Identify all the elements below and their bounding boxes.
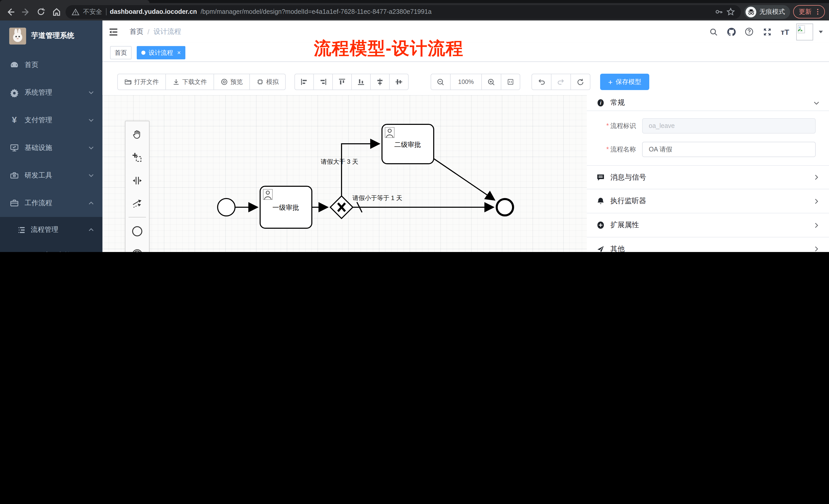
security-label[interactable]: 不安全 — [83, 7, 102, 16]
process-name-field-row: *流程名称 — [587, 142, 829, 157]
browser-tab[interactable] — [0, 0, 149, 3]
url-path[interactable]: /bpm/manager/model/design?modelId=e4a1a1… — [201, 8, 711, 15]
url-host[interactable]: dashboard.yudao.iocoder.cn — [110, 8, 197, 15]
sidebar-logo[interactable]: 芋道管理系统 — [0, 21, 102, 51]
breadcrumb-current: 设计流程 — [154, 27, 181, 36]
app-title: 芋道管理系统 — [31, 31, 74, 40]
section-title: 扩展属性 — [610, 221, 639, 230]
font-size-icon[interactable]: тT — [778, 25, 792, 38]
caret-down-icon[interactable] — [818, 29, 824, 35]
help-icon[interactable] — [743, 25, 756, 38]
preview-button[interactable]: 预览 — [214, 74, 250, 90]
main-area: 首页 / 设计流程 тT 首页 设 — [102, 21, 829, 252]
section-general[interactable]: i 常规 — [587, 95, 829, 111]
breadcrumb: 首页 / 设计流程 — [130, 27, 181, 36]
sidebar-item-label: 研发工具 — [25, 171, 52, 180]
redo-button[interactable] — [551, 74, 571, 90]
menu-dots-icon[interactable] — [814, 8, 821, 15]
back-icon[interactable] — [4, 6, 16, 18]
zoom-level[interactable]: 100% — [450, 74, 482, 90]
message-icon — [596, 173, 605, 181]
user-task-level2[interactable]: 二级审批 — [382, 124, 434, 164]
file-button-group: 打开文件 下载文件 预览 模拟 — [117, 74, 286, 90]
task-label: 一级审批 — [273, 204, 299, 211]
undo-button[interactable] — [532, 74, 551, 90]
download-file-label: 下载文件 — [182, 78, 207, 86]
reload-icon[interactable] — [35, 6, 47, 18]
save-model-button[interactable]: + 保存模型 — [600, 74, 649, 90]
section-execution-listener[interactable]: 执行监听器 — [587, 189, 829, 214]
close-tab-icon[interactable]: × — [177, 49, 181, 56]
security-warning-icon[interactable] — [72, 8, 79, 15]
sidebar-item-label: 基础设施 — [25, 143, 52, 153]
zoom-in-button[interactable] — [481, 74, 501, 90]
sidebar-item-label: 流程管理 — [31, 225, 58, 234]
chevron-right-icon[interactable] — [813, 174, 820, 181]
chevron-right-icon[interactable] — [813, 245, 820, 252]
align-bottom-button[interactable] — [351, 74, 371, 90]
home-icon[interactable] — [50, 6, 63, 18]
sidebar-item-infra[interactable]: 基础设施 — [0, 134, 102, 162]
sidebar-item-label: 工作流程 — [25, 198, 52, 208]
breadcrumb-home[interactable]: 首页 — [130, 27, 143, 36]
tab-design-process[interactable]: 设计流程 × — [137, 46, 185, 60]
user-task-level1[interactable]: 一级审批 — [260, 186, 312, 228]
update-label[interactable]: 更新 — [799, 7, 812, 16]
align-left-button[interactable] — [294, 74, 314, 90]
section-messages-signals[interactable]: 消息与信号 — [587, 166, 829, 189]
process-name-label: *流程名称 — [587, 145, 636, 154]
chevron-down-icon — [88, 117, 94, 123]
chevron-down-icon[interactable] — [813, 100, 820, 106]
github-icon[interactable] — [725, 25, 738, 38]
fullscreen-icon[interactable] — [760, 25, 774, 38]
exclusive-gateway[interactable] — [330, 196, 353, 219]
process-key-input[interactable] — [642, 118, 816, 133]
simulate-button[interactable]: 模拟 — [249, 74, 286, 90]
chevron-right-icon[interactable] — [813, 222, 820, 228]
start-event[interactable] — [218, 198, 235, 216]
history-button-group — [532, 74, 590, 90]
toolbox-icon — [9, 171, 20, 180]
restart-button[interactable] — [570, 74, 590, 90]
key-icon[interactable] — [715, 8, 723, 16]
end-event[interactable] — [497, 199, 513, 216]
open-file-button[interactable]: 打开文件 — [117, 74, 166, 90]
tab-home[interactable]: 首页 — [110, 46, 132, 60]
sidebar-item-process-mgmt[interactable]: 流程管理 — [0, 217, 102, 242]
sidebar-item-label: 支付管理 — [25, 116, 52, 125]
sidebar-collapse-icon[interactable] — [109, 27, 118, 37]
sequence-flow-to-end[interactable] — [434, 159, 495, 200]
section-title: 常规 — [610, 98, 625, 108]
align-center-horizontal-button[interactable] — [389, 74, 408, 90]
align-top-button[interactable] — [332, 74, 352, 90]
avatar[interactable] — [796, 23, 813, 40]
section-other[interactable]: 其他 — [587, 237, 829, 252]
required-mark: * — [606, 146, 609, 153]
section-extended-attributes[interactable]: 扩展属性 — [587, 214, 829, 237]
download-file-button[interactable]: 下载文件 — [166, 74, 214, 90]
chevron-up-icon — [88, 227, 94, 233]
monitor-icon — [9, 143, 20, 153]
sidebar-item-payment[interactable]: ¥ 支付管理 — [0, 107, 102, 134]
update-button[interactable]: 更新 — [793, 5, 825, 18]
sidebar-item-home[interactable]: 首页 — [0, 51, 102, 79]
search-icon[interactable] — [707, 25, 720, 38]
align-right-button[interactable] — [313, 74, 333, 90]
forward-icon[interactable] — [20, 6, 32, 18]
sidebar-item-devtools[interactable]: 研发工具 — [0, 162, 102, 189]
chevron-down-icon — [88, 172, 94, 179]
chevron-right-icon[interactable] — [813, 198, 820, 204]
zoom-out-button[interactable] — [431, 74, 450, 90]
sidebar-item-process-form[interactable]: 流程表单 — [0, 242, 102, 252]
bookmark-star-icon[interactable] — [727, 8, 735, 16]
fit-viewport-button[interactable] — [501, 74, 520, 90]
incognito-label: 无痕模式 — [759, 7, 785, 16]
align-center-vertical-button[interactable] — [370, 74, 390, 90]
sequence-flow-gt3[interactable] — [341, 144, 380, 196]
address-bar[interactable]: 不安全 dashboard.yudao.iocoder.cn /bpm/mana… — [66, 5, 741, 19]
incognito-icon — [746, 6, 756, 17]
sidebar-item-system[interactable]: 系统管理 — [0, 79, 102, 107]
page-header: 首页 / 设计流程 тT — [102, 21, 829, 43]
process-name-input[interactable] — [642, 142, 816, 157]
sidebar-item-workflow[interactable]: 工作流程 — [0, 189, 102, 217]
